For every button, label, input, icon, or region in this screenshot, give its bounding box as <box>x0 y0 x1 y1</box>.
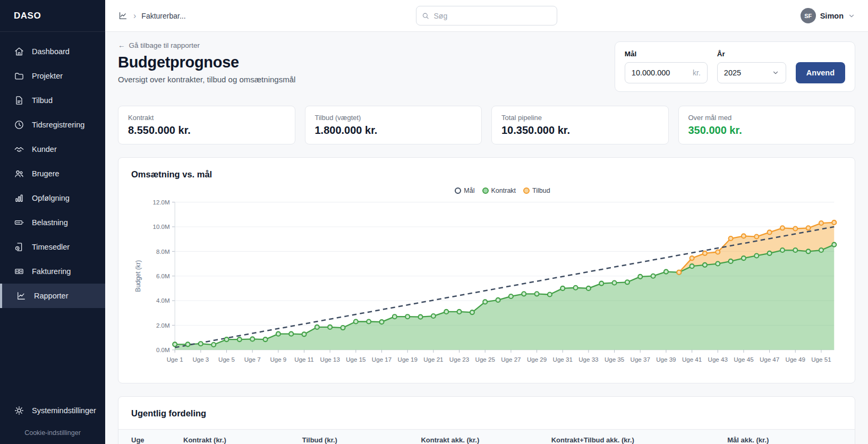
svg-text:Uge 13: Uge 13 <box>320 356 340 363</box>
sidebar-item-label: Brugere <box>32 169 59 178</box>
revenue-chart-panel: Omsætning vs. mål MålKontraktTilbud 0.0M… <box>118 157 855 383</box>
sidebar-item-label: Rapporter <box>34 292 68 300</box>
svg-text:Uge 9: Uge 9 <box>270 356 286 363</box>
chevron-down-icon <box>848 12 855 20</box>
gauge-icon <box>14 217 24 228</box>
sidebar-item-tilbud[interactable]: Tilbud <box>0 88 105 113</box>
filter-card: Mål kr. År 2025 Anvend <box>615 41 855 92</box>
clock-icon <box>14 119 24 130</box>
sidebar-item-brugere[interactable]: Brugere <box>0 161 105 186</box>
svg-text:Uge 25: Uge 25 <box>475 356 495 363</box>
goal-input[interactable] <box>632 69 690 77</box>
sidebar-item-rapporter[interactable]: Rapporter <box>0 284 105 308</box>
line-chart-icon[interactable] <box>118 11 128 21</box>
sidebar-item-kunder[interactable]: Kunder <box>0 137 105 161</box>
weekly-table-header: UgeKontrakt (kr.)Tilbud (kr.)Kontrakt ak… <box>118 429 855 444</box>
kpi-label: Over mål med <box>688 114 846 122</box>
home-icon <box>14 46 24 57</box>
page-header-left: ← Gå tilbage til rapporter Budgetprognos… <box>118 41 295 84</box>
breadcrumb: › Fakturerbar... <box>118 11 186 21</box>
kpi-value: 350.000 kr. <box>688 124 846 136</box>
svg-text:2.0M: 2.0M <box>156 322 170 329</box>
document-icon <box>14 95 24 106</box>
sidebar-item-label: Timesedler <box>32 243 70 251</box>
weekly-table-title: Ugentlig fordeling <box>131 408 842 419</box>
goal-input-box[interactable]: kr. <box>625 62 708 83</box>
sidebar-item-timesedler[interactable]: Timesedler <box>0 235 105 259</box>
sidebar-item-label: Opfølgning <box>32 194 70 202</box>
sidebar-item-fakturering[interactable]: Fakturering <box>0 259 105 284</box>
kpi-value: 8.550.000 kr. <box>128 124 285 136</box>
invoice-icon <box>14 266 24 277</box>
table-column-header[interactable]: Kontrakt (kr.) <box>183 436 298 444</box>
legend-dot <box>523 187 530 194</box>
gear-icon <box>14 405 24 416</box>
svg-text:0.0M: 0.0M <box>156 347 170 353</box>
sidebar-item-belastning[interactable]: Belastning <box>0 210 105 235</box>
svg-text:12.0M: 12.0M <box>153 199 170 206</box>
svg-text:Uge 7: Uge 7 <box>244 356 261 363</box>
table-column-header[interactable]: Tilbud (kr.) <box>302 436 417 444</box>
svg-text:Uge 19: Uge 19 <box>398 356 418 363</box>
sidebar-item-systemindstillinger[interactable]: Systemindstillinger <box>0 398 105 423</box>
legend-dot <box>455 187 461 194</box>
cookie-settings-link[interactable]: Cookie-indstillinger <box>0 429 105 437</box>
svg-text:Uge 17: Uge 17 <box>372 356 392 363</box>
sidebar-item-label: Tilbud <box>32 96 53 105</box>
svg-text:8.0M: 8.0M <box>156 249 170 255</box>
apply-button[interactable]: Anvend <box>796 62 845 83</box>
svg-text:Uge 31: Uge 31 <box>553 356 573 363</box>
topbar: › Fakturerbar... SF Simon <box>105 0 868 32</box>
svg-text:Uge 35: Uge 35 <box>605 356 624 363</box>
svg-text:Uge 49: Uge 49 <box>786 356 805 363</box>
goal-field: Mål kr. <box>625 50 708 83</box>
legend-item[interactable]: Kontrakt <box>482 187 516 194</box>
page-header: ← Gå tilbage til rapporter Budgetprognos… <box>118 41 855 92</box>
back-link-label: Gå tilbage til rapporter <box>129 41 200 49</box>
sidebar-item-label: Projekter <box>32 72 63 80</box>
legend-item[interactable]: Tilbud <box>523 187 550 194</box>
timesheet-icon <box>14 242 24 252</box>
users-icon <box>14 168 24 179</box>
table-column-header[interactable]: Kontrakt akk. (kr.) <box>421 436 547 444</box>
sidebar-item-tidsregistrering[interactable]: Tidsregistrering <box>0 113 105 137</box>
page-content: ← Gå tilbage til rapporter Budgetprognos… <box>105 32 868 444</box>
sidebar-item-projekter[interactable]: Projekter <box>0 64 105 88</box>
chevron-down-icon <box>772 69 779 76</box>
svg-text:Uge 15: Uge 15 <box>346 356 365 363</box>
sidebar-item-dashboard[interactable]: Dashboard <box>0 39 105 64</box>
sidebar-item-label: Fakturering <box>32 267 71 276</box>
sidebar-item-opf-lgning[interactable]: Opfølgning <box>0 186 105 210</box>
chart-title: Omsætning vs. mål <box>131 169 842 180</box>
svg-text:Uge 3: Uge 3 <box>192 356 209 363</box>
user-menu[interactable]: SF Simon <box>801 8 855 23</box>
kpi-row: Kontrakt8.550.000 kr.Tilbud (vægtet)1.80… <box>118 106 855 144</box>
kpi-card: Kontrakt8.550.000 kr. <box>118 106 295 144</box>
legend-label: Mål <box>464 187 474 194</box>
table-column-header[interactable]: Kontrakt+Tilbud akk. (kr.) <box>551 436 724 444</box>
app-root: DASO DashboardProjekterTilbudTidsregistr… <box>0 0 868 444</box>
search-box[interactable] <box>416 6 557 25</box>
svg-text:Budget (kr): Budget (kr) <box>134 260 142 292</box>
page-subtitle: Oversigt over kontrakter, tilbud og omsæ… <box>118 75 295 84</box>
avatar: SF <box>801 8 816 23</box>
bar-chart-icon <box>14 193 24 203</box>
sidebar-item-label: Belastning <box>32 218 68 227</box>
svg-text:Uge 33: Uge 33 <box>578 356 598 363</box>
sidebar-item-label: Kunder <box>32 145 57 153</box>
svg-text:Uge 23: Uge 23 <box>449 356 469 363</box>
svg-text:Uge 43: Uge 43 <box>708 356 728 363</box>
table-column-header[interactable]: Mål akk. (kr.) <box>727 436 842 444</box>
svg-text:Uge 45: Uge 45 <box>734 356 753 363</box>
breadcrumb-current[interactable]: Fakturerbar... <box>141 12 185 20</box>
table-column-header[interactable]: Uge <box>131 436 179 444</box>
search-input[interactable] <box>434 12 551 20</box>
back-to-reports-link[interactable]: ← Gå tilbage til rapporter <box>118 41 295 49</box>
svg-text:Uge 29: Uge 29 <box>527 356 547 363</box>
kpi-label: Tilbud (vægtet) <box>315 114 472 122</box>
legend-item[interactable]: Mål <box>455 187 474 194</box>
svg-text:Uge 1: Uge 1 <box>167 356 183 363</box>
app-logo: DASO <box>14 11 41 21</box>
kpi-label: Kontrakt <box>128 114 285 122</box>
year-select[interactable]: 2025 <box>717 62 786 83</box>
